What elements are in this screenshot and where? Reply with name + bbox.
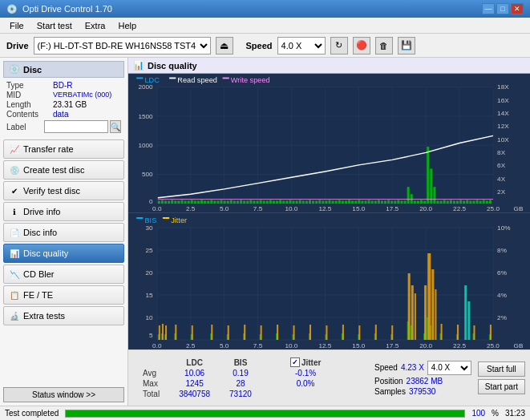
svg-rect-252 (464, 285, 467, 340)
status-window-button[interactable]: Status window >> (3, 387, 124, 402)
jitter-header: ✓ Jitter (281, 357, 330, 368)
eject-button[interactable]: ⏏ (216, 37, 233, 55)
svg-rect-99 (318, 200, 321, 204)
svg-rect-155 (163, 217, 169, 219)
sidebar-item-transfer-rate[interactable]: 📈 Transfer rate (3, 139, 124, 159)
drive-select[interactable]: (F:) HL-DT-ST BD-RE WH16NS58 TST4 (34, 37, 211, 55)
svg-rect-226 (165, 325, 167, 340)
sidebar-item-fe-te[interactable]: 📋 FE / TE (3, 285, 124, 305)
title-bar-controls: — □ ✕ (482, 3, 524, 14)
save-button[interactable]: 💾 (398, 37, 415, 55)
svg-rect-109 (351, 200, 354, 204)
menu-extra[interactable]: Extra (79, 19, 112, 32)
sidebar-item-drive-info[interactable]: ℹ Drive info (3, 202, 124, 221)
erase-button[interactable]: 🗑 (375, 37, 393, 55)
svg-text:8X: 8X (497, 149, 505, 155)
svg-rect-242 (411, 285, 414, 340)
svg-rect-67 (213, 200, 216, 204)
top-chart-svg: LDC Read speed Write speed (128, 74, 530, 212)
drive-bar: Drive (F:) HL-DT-ST BD-RE WH16NS58 TST4 … (0, 34, 530, 58)
svg-rect-79 (253, 200, 255, 204)
stats-total-row: Total 3840758 73120 (133, 389, 330, 399)
progress-bar-container (65, 410, 465, 418)
svg-rect-81 (260, 200, 262, 204)
menu-file[interactable]: File (3, 19, 30, 32)
svg-rect-111 (358, 200, 360, 204)
svg-rect-55 (174, 200, 176, 204)
disc-contents-row: Contents data (6, 110, 121, 119)
time-display: 31:23 (505, 409, 525, 418)
svg-rect-136 (440, 200, 443, 204)
svg-rect-59 (188, 200, 190, 204)
start-part-button[interactable]: Start part (478, 379, 525, 394)
svg-text:500: 500 (142, 172, 153, 178)
disc-quality-title: Disc quality (148, 61, 197, 71)
sidebar-item-extra-tests[interactable]: 🔬 Extra tests (3, 306, 124, 325)
svg-rect-58 (184, 200, 187, 204)
svg-text:GB: GB (514, 342, 524, 349)
svg-text:30: 30 (146, 224, 154, 232)
svg-rect-238 (358, 325, 360, 340)
ldc-header: LDC (169, 357, 220, 368)
svg-text:17.5: 17.5 (386, 342, 399, 349)
svg-rect-106 (342, 200, 344, 204)
close-button[interactable]: ✕ (511, 3, 524, 14)
svg-rect-138 (447, 200, 449, 204)
svg-rect-124 (400, 200, 403, 204)
menu-help[interactable]: Help (111, 19, 143, 32)
svg-text:20.0: 20.0 (419, 342, 432, 349)
status-text: Test completed (5, 409, 59, 418)
svg-text:1500: 1500 (138, 113, 152, 119)
svg-rect-231 (244, 325, 245, 340)
start-full-button[interactable]: Start full (478, 361, 525, 377)
sidebar-item-disc-quality[interactable]: 📊 Disc quality (3, 244, 124, 263)
menu-start-test[interactable]: Start test (30, 19, 79, 32)
svg-text:15.0: 15.0 (352, 206, 365, 212)
svg-rect-63 (200, 200, 203, 204)
svg-rect-144 (466, 200, 468, 204)
svg-rect-54 (171, 200, 173, 204)
maximize-button[interactable]: □ (496, 3, 509, 14)
svg-rect-5 (223, 78, 229, 79)
refresh-button[interactable]: ↻ (330, 37, 348, 55)
svg-rect-108 (348, 200, 350, 204)
svg-rect-234 (293, 325, 295, 340)
svg-text:25.0: 25.0 (487, 342, 500, 349)
speed-select[interactable]: 4.0 X 1.0 X 2.0 X 6.0 X 8.0 X (277, 37, 326, 55)
label-search-button[interactable]: 🔍 (110, 120, 121, 133)
svg-rect-250 (473, 325, 475, 340)
cd-bler-icon: 📉 (9, 269, 20, 280)
sidebar-item-create-test-disc[interactable]: 💿 Create test disc (3, 160, 124, 180)
label-input[interactable] (44, 120, 108, 133)
svg-text:15: 15 (146, 292, 154, 299)
speed-info-row: Speed 4.23 X 4.0 X (374, 361, 471, 375)
extra-tests-icon: 🔬 (9, 310, 20, 321)
svg-text:4X: 4X (497, 176, 505, 182)
sidebar-item-disc-info[interactable]: 📄 Disc info (3, 223, 124, 242)
svg-rect-251 (490, 325, 492, 340)
svg-rect-89 (285, 200, 288, 204)
sidebar: 💿 Disc Type BD-R MID VERBATIMc (000) Len… (0, 58, 128, 406)
svg-rect-143 (463, 200, 465, 204)
svg-text:10X: 10X (497, 136, 509, 143)
main-layout: 💿 Disc Type BD-R MID VERBATIMc (000) Len… (0, 58, 530, 406)
svg-rect-73 (233, 200, 236, 204)
svg-rect-233 (277, 325, 278, 340)
svg-rect-56 (177, 200, 180, 204)
drive-label: Drive (6, 41, 29, 50)
svg-rect-246 (431, 269, 434, 340)
svg-rect-60 (191, 200, 193, 204)
sidebar-item-verify-test-disc[interactable]: ✔ Verify test disc (3, 181, 124, 200)
disc-info-grid: Type BD-R MID VERBATIMc (000) Length 23.… (3, 79, 124, 135)
svg-text:12.5: 12.5 (318, 206, 331, 212)
sidebar-item-cd-bler[interactable]: 📉 CD Bler (3, 265, 124, 284)
svg-text:7.5: 7.5 (253, 206, 262, 212)
speed-test-select[interactable]: 4.0 X (427, 361, 471, 375)
minimize-button[interactable]: — (482, 3, 495, 14)
svg-rect-71 (227, 200, 229, 204)
svg-rect-228 (192, 325, 193, 340)
burn-button[interactable]: 🔴 (353, 37, 370, 55)
svg-rect-80 (257, 200, 259, 204)
svg-text:5.0: 5.0 (220, 206, 229, 212)
svg-rect-3 (169, 78, 176, 79)
